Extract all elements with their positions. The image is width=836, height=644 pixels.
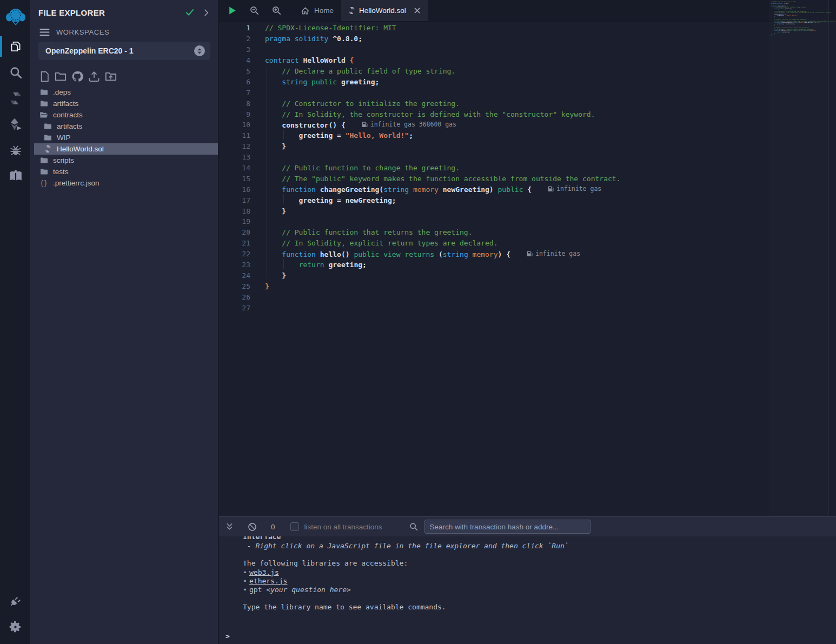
tree-item-.prettierrc.json[interactable]: {}.prettierrc.json — [31, 177, 218, 189]
code-line: 8 // Constructor to initialize the greet… — [219, 98, 836, 109]
tree-item-.deps[interactable]: .deps — [31, 87, 218, 98]
tree-item-label: tests — [53, 168, 69, 176]
listen-transactions-checkbox[interactable] — [290, 522, 299, 531]
tree-item-tests[interactable]: tests — [31, 166, 218, 177]
remix-ide-window: FILE EXPLORER WORKSPACES OpenZeppelin ER… — [0, 0, 836, 644]
tree-item-HelloWorld.sol[interactable]: HelloWorld.sol — [34, 143, 218, 155]
terminal-collapse-icon[interactable] — [225, 522, 234, 531]
tree-item-artifacts[interactable]: artifacts — [31, 98, 218, 109]
terminal-search-icon — [409, 522, 418, 531]
tree-item-label: artifacts — [57, 122, 82, 130]
code-line: 15 // The "public" keyword makes the fun… — [219, 173, 836, 184]
gas-estimate-badge: infinite gas 368600 gas — [362, 121, 456, 128]
folder-icon — [43, 134, 52, 141]
terminal-search-input[interactable] — [424, 520, 590, 534]
line-number: 15 — [219, 175, 250, 183]
file-explorer-header: FILE EXPLORER — [31, 0, 218, 17]
code-line: 11 greeting = "Hello, World!"; — [219, 130, 836, 141]
zoom-in-icon[interactable] — [272, 6, 281, 15]
workspace-caret-icon — [194, 45, 205, 56]
close-tab-icon[interactable] — [414, 7, 421, 14]
terminal-output[interactable]: interface - Right click on a JavaScript … — [219, 536, 836, 644]
new-file-icon[interactable] — [39, 71, 50, 82]
line-number: 6 — [219, 78, 250, 86]
tab-label: Home — [314, 6, 334, 15]
code-line: 10 constructor() {infinite gas 368600 ga… — [219, 119, 836, 130]
line-number: 19 — [219, 217, 250, 225]
run-script-button[interactable] — [228, 6, 237, 15]
code-line: 13 — [219, 152, 836, 163]
tree-item-label: contracts — [53, 111, 83, 119]
tab-Home[interactable]: Home — [293, 0, 341, 21]
code-line: 27 — [219, 302, 836, 313]
tree-item-artifacts[interactable]: artifacts — [31, 121, 218, 132]
activity-settings[interactable] — [0, 614, 31, 640]
line-number: 21 — [219, 239, 250, 247]
zoom-out-icon[interactable] — [250, 6, 259, 15]
panel-title: FILE EXPLORER — [38, 8, 177, 17]
library-link-ethers.js[interactable]: ethers.js — [249, 577, 287, 585]
hamburger-menu-icon[interactable] — [39, 28, 50, 36]
activity-deploy-and-run[interactable] — [0, 111, 31, 137]
terminal-toolbar: 0 listen on all transactions — [219, 517, 836, 536]
home-icon — [301, 6, 310, 15]
line-number: 8 — [219, 99, 250, 108]
tree-item-contracts[interactable]: contracts — [31, 109, 218, 121]
library-link-web3.js[interactable]: web3.js — [249, 568, 279, 576]
code-editor[interactable]: 1// SPDX-License-Identifier: MIT2pragma … — [219, 22, 836, 313]
code-line: 22 function hello() public view returns … — [219, 249, 836, 260]
collapse-panel-chevron-icon[interactable] — [202, 9, 210, 17]
tree-item-label: scripts — [53, 156, 74, 164]
line-number: 13 — [219, 153, 250, 161]
editor-tools — [219, 0, 293, 21]
code-line: 16 function changeGreeting(string memory… — [219, 184, 836, 195]
minimap[interactable]: // SPDX-License-Identifier: MIT pragma s… — [769, 0, 828, 516]
terminal-line: •web3.js — [219, 568, 836, 577]
tree-item-label: HelloWorld.sol — [57, 145, 104, 153]
folder-icon — [39, 89, 48, 96]
line-number: 23 — [219, 261, 250, 269]
new-folder-icon[interactable] — [55, 71, 67, 82]
activity-plugin-manager[interactable] — [0, 588, 31, 614]
tree-item-scripts[interactable]: scripts — [31, 155, 218, 166]
tree-item-label: .deps — [53, 88, 71, 96]
line-number: 26 — [219, 293, 250, 301]
activity-solidity-compiler[interactable] — [0, 85, 31, 111]
workspace-select[interactable]: OpenZeppelin ERC20 - 1 — [38, 42, 210, 60]
clear-console-icon[interactable] — [248, 522, 257, 532]
line-number: 12 — [219, 142, 250, 150]
activity-remix-logo[interactable] — [0, 0, 31, 34]
solidity-file-icon — [349, 6, 355, 15]
upload-file-icon[interactable] — [88, 71, 100, 82]
line-number: 25 — [219, 282, 250, 290]
terminal-prompt[interactable]: > — [225, 632, 230, 640]
tab-HelloWorld.sol[interactable]: HelloWorld.sol — [341, 0, 428, 21]
folder-icon — [43, 123, 52, 130]
line-number: 11 — [219, 131, 250, 140]
code-line: 17 greeting = newGreeting; — [219, 195, 836, 205]
code-line: 12 } — [219, 141, 836, 152]
tree-item-WIP[interactable]: WIP — [31, 132, 218, 143]
editor-area: HomeHelloWorld.sol 1// SPDX-License-Iden… — [219, 0, 836, 516]
code-line: 25} — [219, 281, 836, 291]
terminal-line: - Right click on a JavaScript file in th… — [219, 542, 836, 550]
activity-learneth[interactable] — [0, 163, 31, 189]
activity-file-explorer[interactable] — [0, 34, 31, 59]
github-icon[interactable] — [71, 71, 83, 82]
activity-search[interactable] — [0, 59, 31, 85]
activity-debugger[interactable] — [0, 137, 31, 163]
workspace-check-icon[interactable] — [185, 8, 195, 17]
file-explorer-panel: FILE EXPLORER WORKSPACES OpenZeppelin ER… — [31, 0, 218, 644]
code-line: 26 — [219, 291, 836, 302]
line-number: 16 — [219, 185, 250, 194]
terminal-line — [219, 550, 836, 559]
editor-scrollbar[interactable] — [828, 0, 836, 516]
folder-open-icon — [39, 111, 48, 118]
code-line: 21 // In Solidity, explicit return types… — [219, 238, 836, 249]
code-line: 23 return greeting; — [219, 260, 836, 270]
upload-folder-icon[interactable] — [105, 71, 117, 82]
line-number: 9 — [219, 110, 250, 118]
solidity-file-icon — [43, 145, 52, 153]
code-line: 3 — [219, 44, 836, 55]
code-line: 4contract HelloWorld { — [219, 55, 836, 66]
